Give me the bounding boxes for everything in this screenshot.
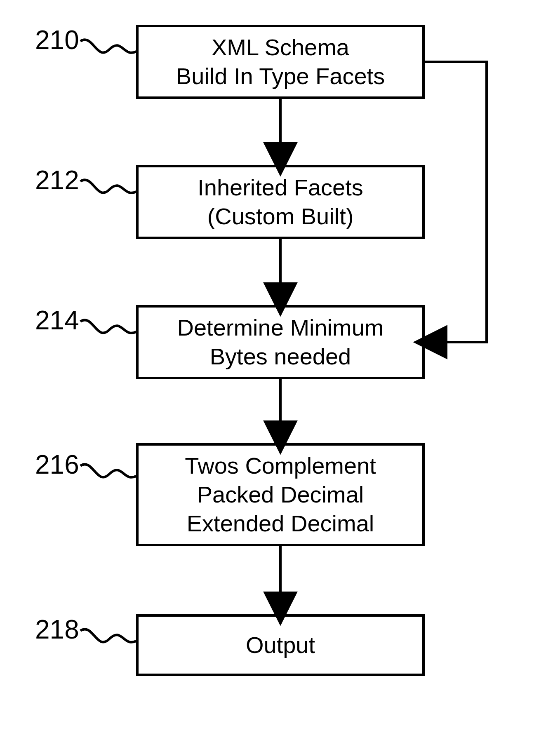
leader-212 [80, 180, 136, 193]
leader-216 [80, 464, 136, 477]
arrow-210-214-bypass [425, 62, 487, 342]
leader-214 [80, 320, 136, 333]
leader-218 [80, 629, 136, 642]
connectors [0, 0, 560, 735]
leader-210 [80, 40, 136, 53]
